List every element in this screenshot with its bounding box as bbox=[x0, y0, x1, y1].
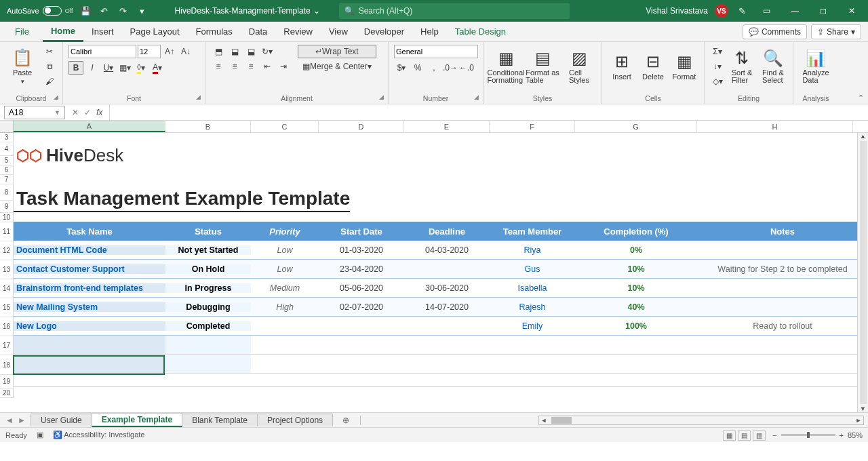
normal-view-icon[interactable]: ▦ bbox=[723, 430, 736, 441]
wrap-text-button[interactable]: ↵ Wrap Text bbox=[298, 45, 376, 58]
col-header-F[interactable]: F bbox=[490, 121, 575, 132]
row-header-11[interactable]: 11 bbox=[0, 222, 13, 241]
indent-increase-icon[interactable]: ⇥ bbox=[276, 60, 291, 73]
zoom-value[interactable]: 85% bbox=[848, 431, 863, 439]
share-button[interactable]: ⇪Share▾ bbox=[811, 24, 861, 39]
user-avatar[interactable]: VS bbox=[715, 4, 728, 18]
filename-dropdown[interactable]: HiveDesk-Task-Managment-Template ⌄ bbox=[175, 6, 320, 16]
cell-status[interactable]: On Hold bbox=[165, 264, 251, 274]
tab-page-layout[interactable]: Page Layout bbox=[122, 22, 188, 42]
horizontal-scrollbar[interactable]: ◄ ► bbox=[538, 416, 864, 425]
col-header-A[interactable]: A bbox=[14, 121, 165, 132]
increase-decimal-icon[interactable]: .0→ bbox=[443, 61, 458, 75]
sort-filter-button[interactable]: ⇅Sort & Filter bbox=[728, 45, 756, 88]
merge-center-button[interactable]: ▦ Merge & Center ▾ bbox=[298, 60, 376, 73]
tab-view[interactable]: View bbox=[321, 22, 356, 42]
col-task-name[interactable]: Task Name bbox=[14, 224, 165, 239]
currency-icon[interactable]: $▾ bbox=[394, 61, 409, 75]
cell-status[interactable]: In Progress bbox=[165, 283, 251, 293]
paste-button[interactable]: 📋Paste▾ bbox=[5, 45, 39, 88]
scroll-down-icon[interactable]: ▼ bbox=[860, 405, 866, 412]
row-header-12[interactable]: 12 bbox=[0, 241, 13, 260]
find-select-button[interactable]: 🔍Find & Select bbox=[759, 45, 787, 88]
comma-icon[interactable]: , bbox=[427, 61, 441, 75]
col-priority[interactable]: Priority bbox=[251, 224, 319, 239]
record-macro-icon[interactable]: ▣ bbox=[37, 430, 43, 439]
page-layout-view-icon[interactable]: ▤ bbox=[738, 430, 751, 441]
table-row-empty[interactable]: . bbox=[14, 336, 868, 355]
maximize-icon[interactable]: ◻ bbox=[812, 1, 834, 20]
close-icon[interactable]: ✕ bbox=[841, 1, 863, 20]
cell-team-member[interactable]: Emily bbox=[490, 321, 575, 331]
scroll-right-icon[interactable]: ► bbox=[854, 417, 863, 424]
tab-formulas[interactable]: Formulas bbox=[188, 22, 241, 42]
tab-splitter[interactable] bbox=[360, 416, 368, 425]
analyze-data-button[interactable]: 📊Analyze Data bbox=[799, 45, 833, 88]
sheet-nav-next-icon[interactable]: ► bbox=[16, 416, 27, 425]
row-header-16[interactable]: 16 bbox=[0, 317, 13, 336]
cell-task-name[interactable]: New Logo bbox=[14, 321, 165, 331]
clear-icon[interactable]: ◇▾ bbox=[710, 75, 725, 88]
row-header-5[interactable]: 5 bbox=[0, 156, 13, 165]
font-color-button[interactable]: A▾ bbox=[150, 61, 165, 75]
cell-start-date[interactable]: 23-04-2020 bbox=[319, 264, 404, 274]
conditional-formatting-button[interactable]: ▦Conditional Formatting bbox=[489, 45, 523, 88]
cell-completion[interactable]: 40% bbox=[575, 302, 697, 312]
row-header-19[interactable]: 19 bbox=[0, 375, 13, 388]
font-name-select[interactable] bbox=[68, 45, 136, 58]
border-button[interactable]: ▦▾ bbox=[117, 61, 132, 75]
table-row[interactable]: Brainstorm front-end templatesIn Progres… bbox=[14, 279, 868, 298]
page-break-view-icon[interactable]: ▥ bbox=[753, 430, 766, 441]
cell-status[interactable]: Debugging bbox=[165, 302, 251, 312]
toggle-switch[interactable] bbox=[43, 6, 62, 16]
zoom-slider[interactable] bbox=[781, 434, 835, 436]
launcher-icon[interactable]: ◢ bbox=[196, 94, 201, 100]
enter-icon[interactable]: ✓ bbox=[84, 108, 91, 117]
row-header-18[interactable]: 18 bbox=[0, 355, 13, 375]
col-header-B[interactable]: B bbox=[165, 121, 251, 132]
tab-data[interactable]: Data bbox=[241, 22, 275, 42]
cell-deadline[interactable]: 30-06-2020 bbox=[404, 283, 490, 293]
percent-icon[interactable]: % bbox=[410, 61, 425, 75]
row-header-17[interactable]: 17 bbox=[0, 336, 13, 355]
number-format-select[interactable] bbox=[394, 45, 478, 58]
insert-cells-button[interactable]: ⊞Insert bbox=[608, 45, 636, 88]
align-right-icon[interactable]: ≡ bbox=[243, 60, 258, 73]
cell-priority[interactable]: Medium bbox=[251, 283, 319, 293]
redo-icon[interactable]: ↷ bbox=[117, 4, 130, 18]
comments-button[interactable]: 💬Comments bbox=[743, 24, 807, 39]
autosum-icon[interactable]: Σ▾ bbox=[710, 45, 725, 58]
fx-icon[interactable]: fx bbox=[96, 108, 102, 117]
orientation-icon[interactable]: ↻▾ bbox=[260, 45, 275, 58]
cell-start-date[interactable]: 02-07-2020 bbox=[319, 302, 404, 312]
tab-review[interactable]: Review bbox=[275, 22, 321, 42]
row-header-20[interactable]: 20 bbox=[0, 388, 13, 398]
launcher-icon[interactable]: ◢ bbox=[54, 94, 58, 100]
align-center-icon[interactable]: ≡ bbox=[227, 60, 242, 73]
tab-file[interactable]: File bbox=[7, 22, 37, 42]
cell-completion[interactable]: 10% bbox=[575, 264, 697, 274]
cell-team-member[interactable]: Rajesh bbox=[490, 302, 575, 312]
scroll-thumb[interactable] bbox=[860, 141, 867, 404]
sheet-nav-prev-icon[interactable]: ◄ bbox=[4, 416, 15, 425]
decrease-font-icon[interactable]: A↓ bbox=[178, 45, 193, 58]
decrease-decimal-icon[interactable]: ←.0 bbox=[459, 61, 474, 75]
cell-styles-button[interactable]: ▨Cell Styles bbox=[562, 45, 596, 88]
cell-start-date[interactable]: 05-06-2020 bbox=[319, 283, 404, 293]
minimize-icon[interactable]: — bbox=[784, 1, 806, 20]
align-top-icon[interactable]: ⬒ bbox=[211, 45, 226, 58]
col-status[interactable]: Status bbox=[165, 224, 251, 239]
sheet-tab-user-guide[interactable]: User Guide bbox=[31, 414, 92, 426]
cell-start-date[interactable]: 01-03-2020 bbox=[319, 245, 404, 255]
zoom-out-icon[interactable]: − bbox=[772, 431, 776, 439]
format-painter-icon[interactable]: 🖌 bbox=[42, 75, 57, 88]
col-header-D[interactable]: D bbox=[319, 121, 404, 132]
align-left-icon[interactable]: ≡ bbox=[211, 60, 226, 73]
scroll-up-icon[interactable]: ▲ bbox=[860, 133, 866, 140]
scroll-left-icon[interactable]: ◄ bbox=[539, 417, 549, 424]
ribbon-display-icon[interactable]: ▭ bbox=[755, 1, 777, 20]
font-size-select[interactable] bbox=[138, 45, 161, 58]
row-header-7[interactable]: 7 bbox=[0, 175, 13, 184]
mode-icon[interactable]: ✎ bbox=[735, 4, 749, 18]
zoom-in-icon[interactable]: + bbox=[840, 431, 844, 439]
